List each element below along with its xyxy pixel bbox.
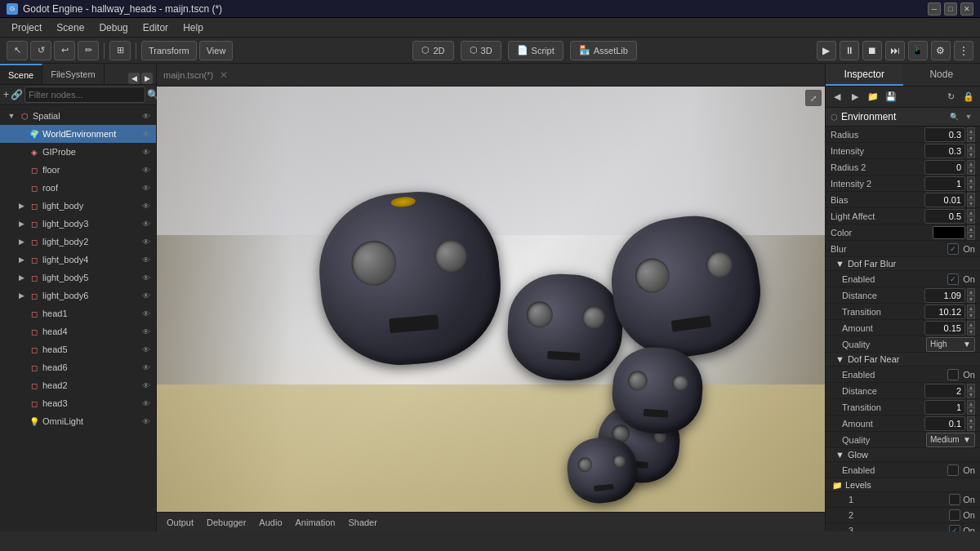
arrow-up-lightaffect[interactable]: ▲ bbox=[967, 209, 975, 216]
arrow-up-dof-near-trans[interactable]: ▲ bbox=[967, 400, 975, 407]
menu-help[interactable]: Help bbox=[176, 20, 210, 35]
input-dof-near-transition[interactable] bbox=[924, 400, 965, 415]
insp-refresh-button[interactable]: ↻ bbox=[942, 89, 959, 105]
tree-vis-omnilight[interactable]: 👁 bbox=[140, 415, 153, 428]
arrow-up-intensity2[interactable]: ▲ bbox=[967, 176, 975, 184]
step-button[interactable]: ⏭ bbox=[885, 41, 905, 60]
arrow-down-color[interactable]: ▼ bbox=[967, 233, 975, 240]
input-dof-far-distance[interactable] bbox=[924, 288, 965, 303]
arrow-down-radius2[interactable]: ▼ bbox=[967, 167, 975, 175]
arrow-down-dof-far-dist[interactable]: ▼ bbox=[967, 295, 975, 303]
tree-item-head3[interactable]: ◻ head3 👁 bbox=[0, 394, 156, 412]
toolbar-pen-button[interactable]: ✏ bbox=[78, 41, 99, 60]
tree-vis-lightbody[interactable]: 👁 bbox=[140, 199, 153, 212]
tab-animation[interactable]: Animation bbox=[292, 516, 339, 529]
input-intensity[interactable] bbox=[924, 144, 965, 158]
tree-vis-head6[interactable]: 👁 bbox=[140, 361, 153, 374]
mode-script-button[interactable]: 📄 Script bbox=[508, 41, 564, 60]
arrow-down-lightaffect[interactable]: ▼ bbox=[967, 216, 975, 224]
panel-arrow-left[interactable]: ◀ bbox=[128, 73, 140, 84]
tree-item-head5[interactable]: ◻ head5 👁 bbox=[0, 340, 156, 358]
arrow-up-dof-far-dist[interactable]: ▲ bbox=[967, 288, 975, 295]
scene-search-input[interactable] bbox=[24, 87, 145, 103]
tree-vis-head1[interactable]: 👁 bbox=[140, 307, 153, 320]
mode-3d-button[interactable]: ⬡ 3D bbox=[461, 41, 501, 60]
glow-levels-folder[interactable]: 📁 Levels bbox=[826, 478, 980, 492]
checkbox-blur[interactable]: ✓ bbox=[947, 243, 959, 255]
arrow-down-intensity[interactable]: ▼ bbox=[967, 151, 975, 158]
tree-item-lightbody4[interactable]: ▶ ◻ light_body4 👁 bbox=[0, 251, 156, 269]
toolbar-grid-button[interactable]: ⊞ bbox=[109, 41, 131, 60]
input-bias[interactable] bbox=[924, 193, 965, 207]
tab-filesystem[interactable]: FileSystem bbox=[42, 64, 104, 84]
input-lightaffect[interactable] bbox=[924, 209, 965, 224]
insp-lock-button[interactable]: 🔒 bbox=[960, 89, 977, 105]
tree-vis-worldenv[interactable]: 👁 bbox=[140, 127, 153, 140]
pause-button[interactable]: ⏸ bbox=[840, 41, 859, 60]
tree-item-lightbody2[interactable]: ▶ ◻ light_body2 👁 bbox=[0, 233, 156, 251]
tree-vis-roof[interactable]: 👁 bbox=[140, 181, 153, 194]
input-intensity2[interactable] bbox=[924, 176, 965, 191]
minimize-button[interactable]: ─ bbox=[928, 2, 941, 16]
arrow-down-dof-far-trans[interactable]: ▼ bbox=[967, 312, 975, 319]
close-button[interactable]: ✕ bbox=[960, 2, 973, 16]
insp-folder-button[interactable]: 📁 bbox=[865, 89, 881, 105]
dots-button[interactable]: ⋮ bbox=[954, 41, 973, 60]
tab-inspector[interactable]: Inspector bbox=[826, 64, 903, 86]
mode-2d-button[interactable]: ⬡ 2D bbox=[412, 41, 453, 60]
arrow-up-dof-near-amt[interactable]: ▲ bbox=[967, 416, 975, 424]
select-dof-far-quality[interactable]: High ▼ bbox=[926, 337, 975, 352]
tree-item-spatial[interactable]: ▼ ⬡ Spatial 👁 bbox=[0, 107, 156, 125]
arrow-up-dof-near-dist[interactable]: ▲ bbox=[967, 384, 975, 391]
insp-back-button[interactable]: ◀ bbox=[829, 89, 845, 105]
tree-vis-lightbody2[interactable]: 👁 bbox=[140, 235, 153, 248]
env-arrow-icon[interactable]: ▼ bbox=[962, 110, 975, 123]
insp-save-button[interactable]: 💾 bbox=[883, 89, 899, 105]
toolbar-transform-button[interactable]: Transform bbox=[141, 41, 197, 60]
arrow-up-bias[interactable]: ▲ bbox=[967, 193, 975, 200]
checkbox-level-1[interactable] bbox=[949, 494, 960, 505]
menu-scene[interactable]: Scene bbox=[50, 20, 91, 35]
env-search-icon[interactable]: 🔍 bbox=[947, 110, 960, 123]
select-dof-near-quality[interactable]: Medium ▼ bbox=[926, 433, 975, 447]
arrow-down-radius[interactable]: ▼ bbox=[967, 135, 975, 142]
tree-vis-head4[interactable]: 👁 bbox=[140, 325, 153, 338]
scene-add-button[interactable]: + bbox=[3, 87, 9, 103]
input-dof-far-amount[interactable] bbox=[924, 321, 965, 335]
checkbox-dof-far-enabled[interactable]: ✓ bbox=[947, 273, 959, 285]
tree-item-roof[interactable]: ◻ roof 👁 bbox=[0, 179, 156, 197]
menu-editor[interactable]: Editor bbox=[136, 20, 175, 35]
tree-vis-lightbody5[interactable]: 👁 bbox=[140, 271, 153, 284]
color-swatch[interactable] bbox=[933, 226, 965, 239]
tree-vis-spatial[interactable]: 👁 bbox=[140, 109, 153, 122]
input-dof-near-amount[interactable] bbox=[924, 416, 965, 431]
tab-audio[interactable]: Audio bbox=[256, 516, 285, 529]
settings-button[interactable]: ⚙ bbox=[931, 41, 951, 60]
maximize-button[interactable]: □ bbox=[944, 2, 957, 16]
arrow-down-intensity2[interactable]: ▼ bbox=[967, 184, 975, 191]
toolbar-rotate-button[interactable]: ↺ bbox=[30, 41, 51, 60]
input-dof-far-transition[interactable] bbox=[924, 304, 965, 319]
toolbar-move-button[interactable]: ↖ bbox=[7, 41, 28, 60]
insp-forward-button[interactable]: ▶ bbox=[847, 89, 863, 105]
deploy-button[interactable]: 📱 bbox=[908, 41, 928, 60]
panel-arrow-right[interactable]: ▶ bbox=[141, 73, 153, 84]
subsection-glow[interactable]: ▼ Glow bbox=[826, 448, 980, 462]
mode-assetlib-button[interactable]: 🏪 AssetLib bbox=[570, 41, 637, 60]
tree-item-head6[interactable]: ◻ head6 👁 bbox=[0, 358, 156, 376]
arrow-up-radius2[interactable]: ▲ bbox=[967, 160, 975, 167]
checkbox-level-3[interactable]: ✓ bbox=[949, 525, 960, 531]
tab-output[interactable]: Output bbox=[163, 516, 197, 529]
tree-vis-head3[interactable]: 👁 bbox=[140, 397, 153, 410]
tab-scene[interactable]: Scene bbox=[0, 64, 42, 84]
arrow-down-dof-near-trans[interactable]: ▼ bbox=[967, 407, 975, 415]
tree-item-worldenv[interactable]: 🌍 WorldEnvironment 👁 bbox=[0, 125, 156, 143]
input-radius[interactable] bbox=[924, 127, 965, 142]
arrow-up-color[interactable]: ▲ bbox=[967, 225, 975, 233]
tree-vis-lightbody4[interactable]: 👁 bbox=[140, 253, 153, 266]
tree-item-floor[interactable]: ◻ floor 👁 bbox=[0, 161, 156, 179]
scene-instance-button[interactable]: 🔗 bbox=[11, 87, 23, 103]
input-radius2[interactable] bbox=[924, 160, 965, 175]
play-button[interactable]: ▶ bbox=[817, 41, 836, 60]
toolbar-view-button[interactable]: View bbox=[199, 41, 234, 60]
